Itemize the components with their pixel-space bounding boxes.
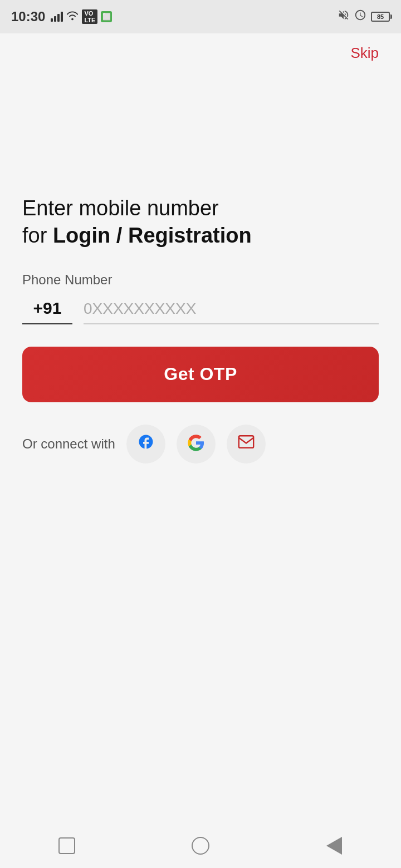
google-login-button[interactable] bbox=[177, 425, 216, 463]
heading-line2: for Login / Registration bbox=[22, 222, 379, 249]
connect-section: Or connect with bbox=[22, 425, 379, 463]
heading-line2-pre: for bbox=[22, 224, 53, 247]
mail-icon bbox=[238, 435, 255, 452]
bottom-nav bbox=[0, 823, 401, 868]
heading-line1: Enter mobile number bbox=[22, 195, 379, 222]
battery-icon: 85 bbox=[371, 12, 390, 22]
nav-recent-button[interactable] bbox=[320, 832, 348, 860]
status-time: 10:30 bbox=[11, 9, 45, 24]
circle-icon bbox=[192, 837, 209, 855]
heading-section: Enter mobile number for Login / Registra… bbox=[22, 195, 379, 250]
mute-icon bbox=[338, 9, 350, 24]
illustration-area bbox=[22, 45, 379, 189]
square-icon bbox=[58, 837, 75, 854]
connect-label: Or connect with bbox=[22, 436, 115, 452]
clock-icon bbox=[354, 9, 366, 24]
triangle-icon bbox=[326, 837, 342, 855]
status-right-icons: 85 bbox=[338, 9, 390, 24]
google-icon bbox=[187, 434, 205, 453]
app-icon: ⬜ bbox=[101, 11, 112, 22]
svg-rect-0 bbox=[239, 436, 253, 448]
nav-back-button[interactable] bbox=[53, 832, 81, 860]
facebook-login-button[interactable] bbox=[126, 425, 165, 463]
phone-input-row: +91 bbox=[22, 299, 379, 324]
nav-home-button[interactable] bbox=[187, 832, 214, 860]
signal-bars-icon bbox=[51, 12, 63, 22]
heading-line2-bold: Login / Registration bbox=[53, 224, 252, 247]
facebook-icon bbox=[138, 433, 154, 455]
main-content: Skip Enter mobile number for Login / Reg… bbox=[0, 33, 401, 463]
skip-button[interactable]: Skip bbox=[350, 45, 379, 62]
phone-section: Phone Number +91 bbox=[22, 272, 379, 324]
status-bar: 10:30 VOLTE ⬜ bbox=[0, 0, 401, 33]
volte-badge: VOLTE bbox=[82, 9, 97, 24]
phone-label: Phone Number bbox=[22, 272, 379, 288]
email-login-button[interactable] bbox=[227, 425, 266, 463]
status-icons-left: VOLTE ⬜ bbox=[51, 9, 112, 24]
wifi-icon bbox=[66, 11, 79, 23]
country-code[interactable]: +91 bbox=[22, 299, 72, 324]
phone-number-input[interactable] bbox=[84, 300, 379, 324]
get-otp-button[interactable]: Get OTP bbox=[22, 347, 379, 402]
